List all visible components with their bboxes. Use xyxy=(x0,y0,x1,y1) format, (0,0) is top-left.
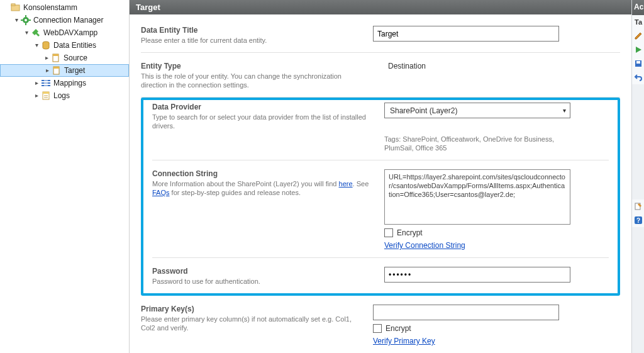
expander-closed[interactable]: ▸ xyxy=(43,67,51,74)
tree-label: Data Entities xyxy=(53,41,96,50)
tree-item-connection-manager[interactable]: ▾ Connection Manager xyxy=(0,14,129,26)
entity-title-desc: Please enter a title for current data en… xyxy=(141,36,363,45)
toolbar-save-icon[interactable] xyxy=(632,57,644,70)
svg-rect-1 xyxy=(11,4,15,6)
svg-rect-15 xyxy=(42,85,44,86)
tree-label: Konsolenstamm xyxy=(23,3,77,12)
connection-string-help-faq-link[interactable]: FAQs xyxy=(152,189,170,196)
expander-open[interactable]: ▾ xyxy=(13,16,20,24)
tree-label: Connection Manager xyxy=(33,16,103,25)
encrypt-primary-key-checkbox[interactable] xyxy=(373,324,382,333)
svg-rect-7 xyxy=(29,20,31,21)
panel-tab-button[interactable]: Ta xyxy=(632,15,644,29)
actions-panel-collapsed[interactable]: Ac Ta ? xyxy=(631,0,644,353)
connection-string-help-here-link[interactable]: here xyxy=(339,180,353,188)
toolbar-run-icon[interactable] xyxy=(632,43,644,57)
tree-label: Logs xyxy=(53,91,70,100)
expander-open[interactable]: ▾ xyxy=(33,42,40,49)
connector-icon xyxy=(31,28,41,38)
connection-string-desc: More Information about the SharePoint (L… xyxy=(152,179,374,197)
svg-rect-14 xyxy=(42,82,44,84)
verify-primary-key-link[interactable]: Verify Primary Key xyxy=(373,337,620,345)
tree-item-target[interactable]: ▸ Target xyxy=(0,64,129,77)
detail-panel: Target Data Entity Title Please enter a … xyxy=(130,0,631,353)
primary-key-input[interactable] xyxy=(373,305,559,320)
table-icon xyxy=(51,53,61,63)
tree-item-data-entities[interactable]: ▾ Data Entities xyxy=(0,39,129,52)
data-provider-desc: Type to search for or select your data p… xyxy=(152,113,374,130)
tree-item-mappings[interactable]: ▸ Mappings xyxy=(0,77,129,89)
table-icon xyxy=(52,65,62,76)
svg-rect-20 xyxy=(43,92,49,94)
svg-text:?: ? xyxy=(636,217,640,224)
mapping-icon xyxy=(41,78,51,88)
toolbar-edit-icon[interactable] xyxy=(632,199,644,213)
svg-marker-23 xyxy=(636,47,641,53)
toolbar-undo-icon[interactable] xyxy=(632,70,644,84)
expander-closed[interactable]: ▸ xyxy=(43,54,50,62)
tree-item-project[interactable]: ▾ WebDAVXampp xyxy=(0,26,129,39)
database-icon xyxy=(41,40,51,50)
password-input[interactable] xyxy=(384,267,570,283)
svg-rect-6 xyxy=(21,20,23,21)
encrypt-connection-label: Encrypt xyxy=(397,228,423,237)
entity-title-label: Data Entity Title xyxy=(141,26,363,35)
svg-rect-13 xyxy=(42,80,44,81)
gear-icon xyxy=(21,15,31,25)
svg-rect-18 xyxy=(48,85,50,86)
svg-point-3 xyxy=(25,19,27,21)
data-provider-label: Data Provider xyxy=(152,103,374,111)
expander-closed[interactable]: ▸ xyxy=(33,79,40,87)
tree-item-source[interactable]: ▸ Source xyxy=(0,52,129,64)
chevron-down-icon: ▾ xyxy=(563,107,566,114)
section-entity-type: Entity Type This is the role of your ent… xyxy=(141,53,620,98)
toolbar-help-icon[interactable]: ? xyxy=(632,213,644,227)
section-password: Password Password to use for authenticat… xyxy=(152,258,609,293)
entity-type-value: Destination xyxy=(388,62,620,70)
primary-key-label: Primary Key(s) xyxy=(141,305,363,313)
verify-connection-link[interactable]: Verify Connection String xyxy=(384,241,609,250)
tree-label: Mappings xyxy=(53,79,86,87)
panel-title: Target xyxy=(130,0,631,14)
connection-string-label: Connection String xyxy=(152,169,374,178)
expander-none: ▾ xyxy=(3,4,10,11)
tab-label: Ta xyxy=(635,18,642,26)
svg-rect-25 xyxy=(636,61,640,64)
encrypt-primary-key-label: Encrypt xyxy=(386,324,411,333)
data-provider-combobox[interactable]: SharePoint (Layer2) ▾ xyxy=(384,103,570,118)
expander-closed[interactable]: ▸ xyxy=(33,92,40,99)
folder-icon xyxy=(11,3,21,13)
actions-panel-label: Ac xyxy=(632,0,644,15)
svg-rect-5 xyxy=(25,23,26,25)
section-connection-string: Connection String More Information about… xyxy=(152,160,609,258)
entity-type-desc: This is the role of your entity. You can… xyxy=(141,72,363,89)
tree-label: Target xyxy=(64,66,85,75)
tree-label: Source xyxy=(64,53,87,62)
connection-string-input[interactable]: URL=https://layer2.sharepoint.com/sites/… xyxy=(384,169,570,225)
svg-rect-17 xyxy=(48,82,50,84)
tree-item-console-root[interactable]: ▾ Konsolenstamm xyxy=(0,1,129,14)
svg-rect-12 xyxy=(53,67,59,69)
data-provider-selected: SharePoint (Layer2) xyxy=(390,106,457,115)
navigation-tree[interactable]: ▾ Konsolenstamm ▾ Connection Manager ▾ W… xyxy=(0,0,130,353)
entity-title-input[interactable] xyxy=(373,26,559,42)
svg-rect-16 xyxy=(48,80,50,81)
toolbar-write-icon[interactable] xyxy=(632,29,644,43)
password-desc: Password to use for authentication. xyxy=(152,277,374,286)
primary-key-desc: Please enter primary key column(s) if no… xyxy=(141,315,363,332)
tree-label: WebDAVXampp xyxy=(43,28,97,37)
tree-item-logs[interactable]: ▸ Logs xyxy=(0,89,129,102)
highlighted-group: Data Provider Type to search for or sele… xyxy=(141,98,620,296)
log-icon xyxy=(41,91,51,101)
svg-rect-10 xyxy=(53,54,58,56)
section-primary-key: Primary Key(s) Please enter primary key … xyxy=(141,296,620,353)
data-provider-tags: Tags: SharePoint, Officeatwork, OneDrive… xyxy=(384,135,570,152)
svg-rect-4 xyxy=(25,15,26,17)
section-entity-title: Data Entity Title Please enter a title f… xyxy=(141,23,620,53)
password-label: Password xyxy=(152,267,374,276)
section-data-provider: Data Provider Type to search for or sele… xyxy=(152,100,609,160)
encrypt-connection-checkbox[interactable] xyxy=(384,228,393,237)
expander-open[interactable]: ▾ xyxy=(23,29,30,36)
entity-type-label: Entity Type xyxy=(141,62,363,70)
